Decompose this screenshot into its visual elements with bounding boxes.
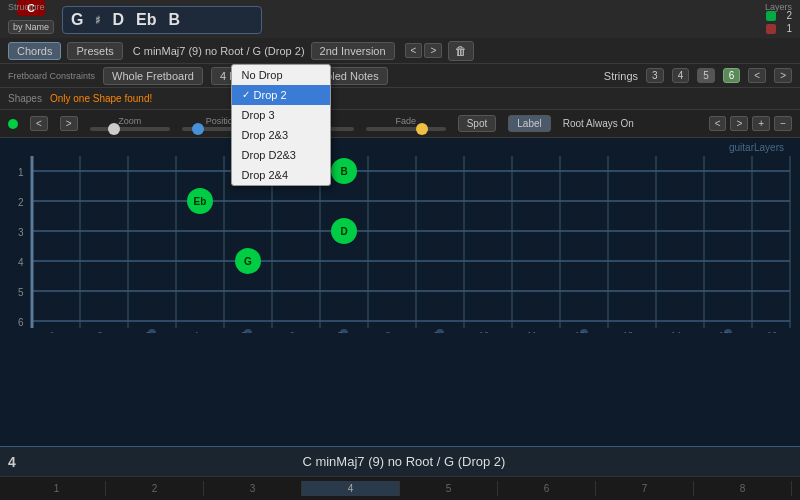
fret-numbers: 1 2 3 4 5 6 7 8 9 10 11 12 13 14 15 16 <box>49 330 777 333</box>
svg-text:6: 6 <box>289 330 294 333</box>
drop-dropdown-container: 2nd Inversion No Drop ✓ Drop 2 Drop 3 Dr… <box>311 42 395 60</box>
timeline-item-8[interactable]: 8 <box>694 481 792 496</box>
shapes-row: Shapes Only one Shape found! <box>0 88 800 110</box>
svg-text:13: 13 <box>623 330 633 333</box>
fade-label: Fade <box>395 116 416 126</box>
svg-text:12: 12 <box>575 330 585 333</box>
strings-label: Strings <box>604 70 638 82</box>
whole-fretboard-button[interactable]: Whole Fretboard <box>103 67 203 85</box>
timeline: 1 2 3 4 5 6 7 8 <box>0 476 800 500</box>
timeline-item-1[interactable]: 1 <box>8 481 106 496</box>
zoom-label: Zoom <box>118 116 141 126</box>
drop-drop2and4[interactable]: Drop 2&4 <box>232 165 330 185</box>
root-always-on-label: Root Always On <box>563 118 634 129</box>
drop-dropdown-menu: No Drop ✓ Drop 2 Drop 3 Drop 2&3 Drop D2… <box>231 64 331 186</box>
fade-track[interactable] <box>366 127 446 131</box>
svg-text:15: 15 <box>719 330 729 333</box>
fade-thumb[interactable] <box>416 123 428 135</box>
nav-right-button[interactable]: > <box>424 43 442 58</box>
svg-text:10: 10 <box>479 330 489 333</box>
timeline-item-5[interactable]: 5 <box>400 481 498 496</box>
drop-no-drop[interactable]: No Drop <box>232 65 330 85</box>
svg-text:5: 5 <box>241 330 246 333</box>
nav-arrows: < > <box>405 43 443 58</box>
nav-left-button[interactable]: < <box>405 43 423 58</box>
chord-title-bottom: C minMaj7 (9) no Root / G (Drop 2) <box>302 454 505 469</box>
zoom-thumb[interactable] <box>108 123 120 135</box>
fret-dots <box>148 329 732 333</box>
svg-text:7: 7 <box>337 330 342 333</box>
layer-1-num: 1 <box>780 23 792 34</box>
layers-label: Layers <box>765 2 792 12</box>
string-3-button[interactable]: 3 <box>646 68 664 83</box>
next-button[interactable]: > <box>60 116 78 131</box>
fret-lines <box>32 156 790 328</box>
middle-controls: < > Zoom Position Size <box>0 110 800 138</box>
chords-button[interactable]: Chords <box>8 42 61 60</box>
fretboard-svg: 1 2 3 4 5 6 <box>0 138 800 333</box>
fade-slider-container: Fade <box>366 116 446 131</box>
drop-drop3[interactable]: Drop 3 <box>232 105 330 125</box>
checkmark-icon: ✓ <box>242 89 250 100</box>
shapes-message: Only one Shape found! <box>50 93 152 104</box>
chord-note-eb: Eb <box>136 11 156 29</box>
fretboard-constraints-label: Fretboard Constraints <box>8 71 95 81</box>
string-4-button[interactable]: 4 <box>672 68 690 83</box>
timeline-item-2[interactable]: 2 <box>106 481 204 496</box>
fretboard-area: guitarLayers 1 2 3 4 5 6 <box>0 138 800 446</box>
timeline-item-4[interactable]: 4 <box>302 481 400 496</box>
note-eb-label: Eb <box>194 196 207 207</box>
bottom-section: 4 C minMaj7 (9) no Root / G (Drop 2) <box>0 446 800 476</box>
svg-text:2: 2 <box>18 197 24 208</box>
svg-text:11: 11 <box>527 330 537 333</box>
timeline-item-7[interactable]: 7 <box>596 481 694 496</box>
drop2-label: Drop 2 <box>254 89 287 101</box>
by-name-button[interactable]: by Name <box>8 20 54 34</box>
trash-button[interactable]: 🗑 <box>448 41 474 61</box>
strings-nav-left[interactable]: < <box>748 68 766 83</box>
presets-button[interactable]: Presets <box>67 42 122 60</box>
chord-note-d: D <box>112 11 124 29</box>
string-5-button[interactable]: 5 <box>697 68 715 83</box>
fretboard-constraints-row: Fretboard Constraints Whole Fretboard 4 … <box>0 64 800 88</box>
svg-text:14: 14 <box>671 330 681 333</box>
svg-text:16: 16 <box>767 330 777 333</box>
layer-1-color <box>766 24 776 34</box>
svg-text:5: 5 <box>18 287 24 298</box>
chord-note-g: G <box>71 11 83 29</box>
svg-text:9: 9 <box>433 330 438 333</box>
drop-drop2and3[interactable]: Drop 2&3 <box>232 125 330 145</box>
string-6-button[interactable]: 6 <box>723 68 741 83</box>
strings-nav-right[interactable]: > <box>774 68 792 83</box>
note-b-label: B <box>340 166 347 177</box>
label-button[interactable]: Label <box>508 115 550 132</box>
chord-input-area: G ♯ D Eb B <box>62 6 262 34</box>
svg-text:4: 4 <box>193 330 198 333</box>
global-nav-right[interactable]: > <box>730 116 748 131</box>
zoom-track[interactable] <box>90 127 170 131</box>
add-button[interactable]: + <box>752 116 770 131</box>
position-thumb[interactable] <box>192 123 204 135</box>
inversion-button[interactable]: 2nd Inversion <box>311 42 395 60</box>
spot-button[interactable]: Spot <box>458 115 497 132</box>
toolbar-row: Chords Presets C minMaj7 (9) no Root / G… <box>0 38 800 64</box>
chord-note-sharp-g: ♯ <box>95 14 100 27</box>
svg-text:3: 3 <box>18 227 24 238</box>
note-g-label: G <box>244 256 252 267</box>
svg-text:1: 1 <box>49 330 54 333</box>
timeline-item-6[interactable]: 6 <box>498 481 596 496</box>
shapes-label: Shapes <box>8 93 42 104</box>
drop-dropd2and3[interactable]: Drop D2&3 <box>232 145 330 165</box>
timeline-item-3[interactable]: 3 <box>204 481 302 496</box>
inversion-label: 2nd Inversion <box>320 45 386 57</box>
svg-text:6: 6 <box>18 317 24 328</box>
string-lines: 1 2 3 4 5 6 <box>18 167 790 328</box>
row-number: 4 <box>8 454 16 470</box>
drop-drop2[interactable]: ✓ Drop 2 <box>232 85 330 105</box>
svg-text:1: 1 <box>18 167 24 178</box>
prev-button[interactable]: < <box>30 116 48 131</box>
note-d-label: D <box>340 226 347 237</box>
global-nav-left[interactable]: < <box>709 116 727 131</box>
minus-button[interactable]: − <box>774 116 792 131</box>
svg-text:2: 2 <box>97 330 102 333</box>
